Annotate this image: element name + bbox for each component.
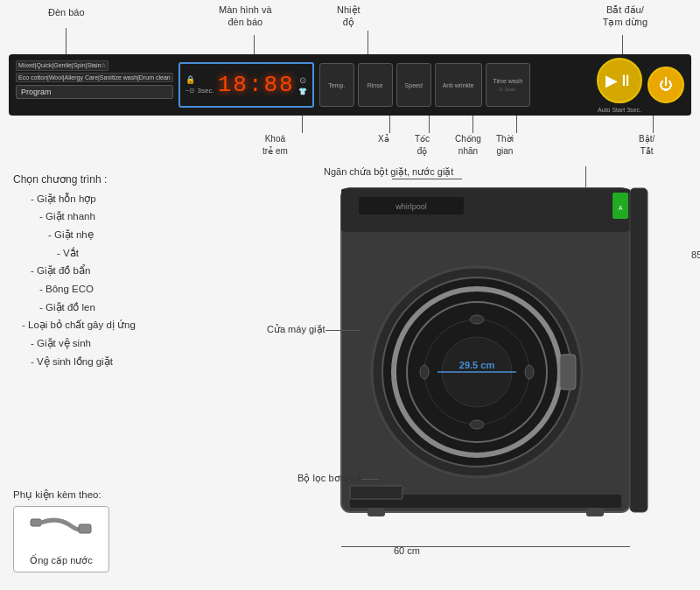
list-item: - Giặt đồ len (13, 299, 223, 317)
label-nhiet-do: Nhiệt độ (337, 4, 360, 29)
list-item: - Vệ sinh lồng giặt (13, 353, 223, 371)
line-khoa (302, 116, 303, 133)
svg-point-13 (470, 315, 484, 324)
line-60 (341, 546, 630, 547)
program-bottom-row: Eco cotton|Wool|Allergy Care|Sanitize wa… (16, 73, 173, 82)
accessory-title: Phụ kiện kèm theo: (13, 488, 109, 501)
list-item: - Loại bỏ chất gây dị ứng (13, 316, 223, 334)
time-wash-label: Time wash (494, 78, 523, 84)
line-thoi (516, 116, 517, 133)
label-khoa: Khoá trẻ em (262, 133, 288, 158)
power-icon: ⏻ (659, 77, 673, 93)
label-man-hinh: Màn hình và đèn báo (219, 4, 272, 29)
control-panel: Mixed|Quick|Gentle|Spin|Stain☆ Eco cotto… (9, 54, 691, 116)
line-nhiet-do (368, 31, 368, 54)
label-thoi-gian: Thời gian (496, 133, 514, 158)
label-den-bao: Đèn báo (48, 7, 85, 18)
eco-icon: ~⊙ 3sec. (186, 87, 214, 95)
lock-icon: 🔒 (186, 75, 214, 84)
cable-label: Ống cấp nước (30, 555, 93, 566)
svg-point-15 (420, 365, 429, 379)
label-bat-dau: Bắt đầu/ Tạm dừng (603, 4, 648, 29)
line-bat-dau (622, 35, 623, 54)
accessory-section: Phụ kiện kèm theo: Ống cấp nước (13, 488, 109, 572)
svg-rect-22 (586, 508, 604, 516)
display-right-icons: ⊙ 👕 (298, 75, 307, 95)
prog-eco: Eco cotton|Wool|Allergy Care|Sanitize wa… (16, 73, 173, 82)
list-item: - Bông ECO (13, 280, 223, 299)
svg-text:29.5 cm: 29.5 cm (459, 360, 495, 370)
line-bat (653, 116, 654, 133)
display-time: 18:88 (218, 72, 295, 98)
program-top-row: Mixed|Quick|Gentle|Spin|Stain☆ (16, 60, 173, 71)
anti-wrinkle-label: Anti wrinkle (443, 82, 474, 88)
display-left-icons: 🔒 ~⊙ 3sec. (186, 75, 214, 95)
svg-point-14 (470, 420, 484, 429)
play-pause-icon: ▶⏸ (606, 71, 634, 90)
label-ngan-chua: Ngăn chứa bột giặt, nước giặt (324, 166, 453, 178)
label-chong-nhan: Chống nhăn (455, 133, 481, 158)
dim-85: 85 cm (691, 249, 700, 260)
digital-display: 🔒 ~⊙ 3sec. 18:88 ⊙ 👕 (178, 62, 314, 108)
list-item: - Giặt nhanh (13, 207, 223, 226)
svg-rect-25 (79, 524, 91, 533)
temp-button[interactable]: Temp. (319, 63, 354, 107)
list-title: Chọn chương trình : (13, 171, 223, 190)
program-button[interactable]: Program (16, 85, 173, 99)
svg-rect-9 (560, 355, 576, 390)
label-xa: Xả (378, 133, 389, 145)
svg-rect-23 (630, 188, 648, 512)
label-toc-do: Tốc độ (415, 133, 430, 158)
label-bo-loc: Bộ lọc bơm xả (298, 473, 361, 484)
rinse-button[interactable]: Rinse (358, 63, 393, 107)
svg-point-16 (525, 365, 534, 379)
list-item: - Giặt hỗn hợp (13, 190, 223, 208)
list-item: - Giặt nhẹ (13, 226, 223, 244)
auto-start-label: Auto Start 3sec. (598, 107, 641, 113)
machine-svg: whirlpool A (324, 162, 691, 538)
svg-text:whirlpool: whirlpool (395, 202, 427, 211)
label-cua-may: Cửa máy giặt (267, 324, 326, 335)
temp-label: Temp. (328, 82, 345, 88)
line-den-bao (66, 28, 66, 54)
line-ngan (585, 166, 586, 188)
start-pause-button[interactable]: ▶⏸ (597, 58, 642, 103)
rinse-label: Rinse (368, 82, 383, 88)
machine-diagram: whirlpool A (236, 162, 700, 590)
time-wash-button[interactable]: Time wash ⊙ 3sec. (486, 63, 531, 107)
program-list: Chọn chương trình : - Giặt hỗn hợp - Giặ… (13, 171, 223, 370)
program-section: Mixed|Quick|Gentle|Spin|Stain☆ Eco cotto… (16, 60, 173, 109)
clothes-icon: 👕 (298, 88, 307, 95)
prog-mixed: Mixed|Quick|Gentle|Spin|Stain☆ (16, 60, 108, 71)
line-man-hinh (254, 35, 255, 54)
speed-label: Speed (405, 82, 423, 88)
line-xa (389, 116, 390, 133)
svg-text:A: A (619, 205, 623, 211)
accessory-box: Ống cấp nước (13, 506, 109, 572)
list-item: - Vắt (13, 244, 223, 263)
line-toc (429, 116, 430, 133)
label-bat-tat: Bật/ Tắt (639, 133, 654, 158)
cable-svg (26, 512, 96, 551)
list-item: - Giặt vệ sinh (13, 334, 223, 353)
svg-rect-20 (350, 486, 402, 499)
clock-icon: ⊙ (299, 75, 306, 85)
line-chong (472, 116, 473, 133)
top-section: Đèn báo Màn hình và đèn báo Nhiệt độ Bắt… (0, 0, 700, 175)
delay-label: ⊙ 3sec. (499, 86, 517, 92)
power-button[interactable]: ⏻ (648, 67, 684, 103)
svg-rect-21 (368, 508, 385, 516)
list-item: - Giặt đồ bẩn (13, 262, 223, 280)
speed-button[interactable]: Speed (396, 63, 431, 107)
machine-wrapper: whirlpool A (324, 162, 691, 538)
controls-section: Temp. Rinse Speed Anti wrinkle Time wash… (319, 63, 592, 107)
anti-wrinkle-button[interactable]: Anti wrinkle (435, 63, 482, 107)
